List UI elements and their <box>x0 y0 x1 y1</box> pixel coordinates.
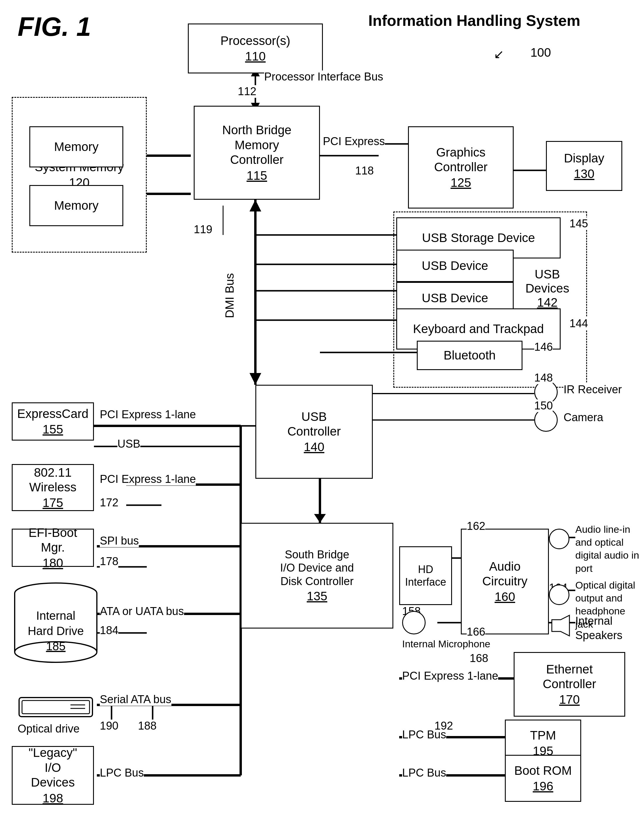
memory1-label: Memory <box>54 140 99 154</box>
system-memory-box: System Memory 120 <box>12 97 147 253</box>
serial-ata-label: Serial ATA bus <box>100 693 172 706</box>
svg-marker-31 <box>314 514 326 523</box>
boot-rom-label: Boot ROM <box>514 763 572 778</box>
south-bridge-num: 135 <box>307 589 327 603</box>
spi-bus-label: SPI bus <box>100 534 139 547</box>
ref-162: 162 <box>467 520 485 532</box>
internal-speakers-label: Internal Speakers <box>575 614 623 643</box>
usb-device1-label: USB Device <box>422 258 488 273</box>
lpc-bus-legacy-label: LPC Bus <box>100 767 144 779</box>
internal-mic-label: Internal Microphone <box>402 638 491 650</box>
expresscard-box: ExpressCard 155 <box>12 402 94 441</box>
tpm-label: TPM <box>530 728 556 743</box>
graphics-num: 125 <box>451 175 471 190</box>
audio-label: Audio Circuitry <box>482 559 528 589</box>
usb-storage-label: USB Storage Device <box>422 231 535 245</box>
optical-out-icon <box>549 585 569 605</box>
internal-mic-icon <box>402 611 426 634</box>
svg-marker-55 <box>552 615 569 636</box>
svg-marker-7 <box>250 200 261 212</box>
optical-drive-icon <box>17 696 94 720</box>
ethernet-box: Ethernet Controller 170 <box>513 652 625 717</box>
svg-marker-8 <box>250 373 261 385</box>
ref-192: 192 <box>434 720 453 732</box>
keyboard-label: Keyboard and Trackpad <box>413 322 544 336</box>
efi-boot-label: EFI-Boot Mgr. <box>15 526 91 555</box>
south-bridge-label: South Bridge I/O Device and Disk Control… <box>280 548 354 588</box>
north-bridge-box: North Bridge Memory Controller 115 <box>194 106 320 200</box>
ref-190: 190 <box>100 720 118 732</box>
graphics-label: Graphics Controller <box>434 145 488 175</box>
bluetooth-box: Bluetooth <box>417 341 523 370</box>
ref-168: 168 <box>470 652 488 665</box>
wireless-box: 802.11 Wireless 175 <box>12 464 94 511</box>
ref-188: 188 <box>138 720 156 732</box>
ethernet-num: 170 <box>559 693 580 707</box>
diagram-container: FIG. 1 Information Handling System ↙ 100… <box>0 0 639 840</box>
internal-hd-area: Internal Hard Drive 185 <box>12 582 100 676</box>
wireless-label: 802.11 Wireless <box>15 465 91 495</box>
ref-145: 145 <box>569 217 588 230</box>
expresscard-num: 155 <box>43 422 63 437</box>
usb-device2-label: USB Device <box>422 291 488 306</box>
camera-label: Camera <box>564 411 603 424</box>
usb-controller-box: USB Controller 140 <box>255 385 373 479</box>
legacy-io-num: 198 <box>43 791 63 805</box>
ref-178: 178 <box>100 555 118 568</box>
ref-150: 150 <box>534 399 553 412</box>
bluetooth-label: Bluetooth <box>443 348 496 363</box>
efi-boot-box: EFI-Boot Mgr. 180 <box>12 529 94 567</box>
memory2-box: Memory <box>29 185 123 226</box>
south-bridge-box: South Bridge I/O Device and Disk Control… <box>241 523 393 628</box>
legacy-io-box: "Legacy" I/O Devices 198 <box>12 746 94 805</box>
ref-184: 184 <box>100 624 118 637</box>
boot-rom-num: 196 <box>533 779 553 793</box>
processors-box: Processor(s) 110 <box>188 24 323 73</box>
usb-controller-label: USB Controller <box>287 410 341 439</box>
efi-boot-num: 180 <box>43 556 63 570</box>
usb-devices-label: USB Devices 142 <box>525 267 569 309</box>
audio-line-in-label: Audio line-in and optical digital audio … <box>575 523 639 575</box>
svg-rect-52 <box>22 700 89 714</box>
graphics-controller-box: Graphics Controller 125 <box>408 126 513 209</box>
hd-interface-label: HD Interface <box>405 563 446 588</box>
ata-bus-label: ATA or UATA bus <box>100 605 184 618</box>
display-box: Display 130 <box>546 141 622 191</box>
system-number: 100 <box>530 46 551 60</box>
ref-112: 112 <box>238 85 256 98</box>
usb-device1-box: USB Device <box>396 250 513 282</box>
memory1-box: Memory <box>29 126 123 167</box>
audio-num: 160 <box>494 590 515 604</box>
display-label: Display <box>564 151 604 166</box>
display-num: 130 <box>574 167 594 181</box>
fig-title: FIG. 1 <box>17 12 91 42</box>
lpc-bus-bootrom-label: LPC Bus <box>402 767 446 779</box>
pci-express-1lane-2-label: PCI Express 1-lane <box>100 473 196 486</box>
legacy-io-label: "Legacy" I/O Devices <box>29 746 77 790</box>
pci-express-ethernet-label: PCI Express 1-lane <box>402 669 498 682</box>
processors-label: Processor(s) <box>221 33 290 48</box>
usb-bus-label: USB <box>118 438 140 450</box>
ref-144: 144 <box>569 317 588 330</box>
boot-rom-box: Boot ROM 196 <box>505 755 581 802</box>
dmi-bus-label: DMI Bus <box>223 273 236 318</box>
ref-172: 172 <box>100 496 118 509</box>
system-arrow: ↙ <box>494 47 504 61</box>
ref-119: 119 <box>194 223 212 236</box>
north-bridge-label: North Bridge Memory Controller <box>222 123 291 167</box>
wireless-num: 175 <box>43 496 63 510</box>
ref-166: 166 <box>467 626 485 638</box>
usb-controller-num: 140 <box>304 440 324 454</box>
expresscard-label: ExpressCard <box>17 406 89 421</box>
audio-line-in-icon <box>549 529 569 549</box>
pci-express-label: PCI Express <box>323 135 385 148</box>
hd-interface-box: HD Interface <box>399 546 452 605</box>
processor-bus-label: Processor Interface Bus <box>264 70 383 83</box>
north-bridge-num: 115 <box>246 169 267 183</box>
memory2-label: Memory <box>54 198 99 213</box>
ethernet-label: Ethernet Controller <box>543 662 596 692</box>
optical-drive-label: Optical drive <box>17 722 79 735</box>
ir-receiver-label: IR Receiver <box>564 383 622 396</box>
ref-118: 118 <box>355 164 374 177</box>
ref-148: 148 <box>534 371 553 384</box>
